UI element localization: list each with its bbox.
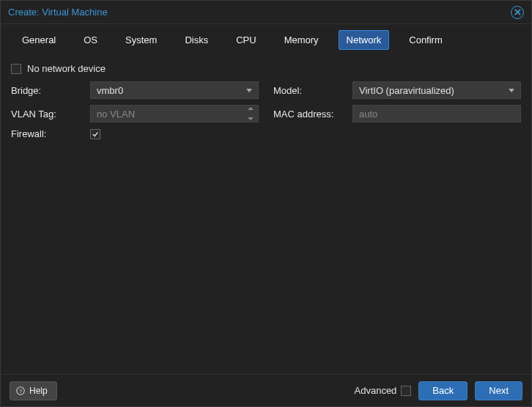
tab-confirm[interactable]: Confirm (401, 30, 451, 50)
titlebar: Create: Virtual Machine (1, 1, 531, 24)
no-network-row: No network device (11, 60, 521, 81)
bridge-label: Bridge: (11, 85, 90, 96)
help-label: Help (29, 386, 48, 396)
check-icon (92, 131, 99, 138)
vlan-placeholder: no VLAN (97, 109, 135, 120)
vlan-row: VLAN Tag: no VLAN (11, 105, 259, 122)
wizard-tabs: General OS System Disks CPU Memory Netwo… (1, 24, 531, 57)
next-button[interactable]: Next (475, 381, 522, 400)
network-panel: No network device Bridge: vmbr0 VLAN Tag… (1, 57, 531, 374)
firewall-label: Firewall: (11, 128, 90, 139)
tab-memory[interactable]: Memory (276, 30, 327, 50)
dialog-footer: ? Help Advanced Back Next (1, 374, 531, 406)
mac-label: MAC address: (273, 109, 352, 120)
vlan-input[interactable]: no VLAN (90, 105, 259, 122)
bridge-value: vmbr0 (97, 85, 123, 96)
mac-placeholder: auto (359, 109, 377, 120)
tab-cpu[interactable]: CPU (228, 30, 264, 50)
tab-os[interactable]: OS (75, 30, 106, 50)
mac-input[interactable]: auto (352, 105, 521, 122)
tab-network[interactable]: Network (339, 30, 390, 50)
dialog-title: Create: Virtual Machine (8, 7, 108, 18)
firewall-checkbox[interactable] (90, 129, 100, 139)
advanced-row: Advanced (355, 385, 412, 396)
model-value: VirtIO (paravirtualized) (359, 85, 454, 96)
no-network-checkbox[interactable] (11, 64, 21, 74)
tab-system[interactable]: System (117, 30, 165, 50)
advanced-checkbox[interactable] (401, 386, 411, 396)
model-row: Model: VirtIO (paravirtualized) (273, 81, 521, 99)
left-column: Bridge: vmbr0 VLAN Tag: no VLAN (11, 81, 259, 139)
tab-disks[interactable]: Disks (177, 30, 216, 50)
model-label: Model: (273, 85, 352, 96)
bridge-select[interactable]: vmbr0 (90, 81, 259, 99)
bridge-row: Bridge: vmbr0 (11, 81, 259, 99)
firewall-row: Firewall: (11, 128, 259, 139)
mac-row: MAC address: auto (273, 105, 521, 122)
no-network-label: No network device (27, 63, 106, 74)
spinner-arrows-icon (248, 107, 254, 120)
form-columns: Bridge: vmbr0 VLAN Tag: no VLAN (11, 81, 521, 139)
chevron-down-icon (509, 89, 514, 92)
create-vm-dialog: Create: Virtual Machine General OS Syste… (0, 0, 532, 407)
chevron-down-icon (246, 89, 252, 92)
vlan-label: VLAN Tag: (11, 109, 90, 120)
tab-general[interactable]: General (14, 30, 64, 50)
right-column: Model: VirtIO (paravirtualized) MAC addr… (273, 81, 521, 139)
close-icon (514, 9, 521, 15)
help-button[interactable]: ? Help (10, 381, 57, 400)
advanced-label: Advanced (355, 385, 397, 396)
back-button[interactable]: Back (418, 381, 468, 400)
help-icon: ? (16, 386, 25, 395)
svg-text:?: ? (19, 388, 22, 395)
model-select[interactable]: VirtIO (paravirtualized) (352, 81, 521, 99)
close-button[interactable] (511, 6, 524, 19)
